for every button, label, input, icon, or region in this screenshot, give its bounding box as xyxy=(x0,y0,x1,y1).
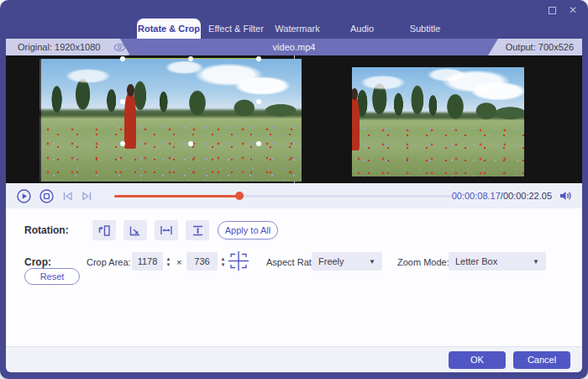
controls-panel: Rotation: Apply to All Crop: Crop Area: … xyxy=(6,208,582,346)
crop-selection-box[interactable] xyxy=(122,58,260,145)
ok-button[interactable]: OK xyxy=(449,351,506,369)
next-frame-button[interactable] xyxy=(81,191,92,202)
tab-audio[interactable]: Audio xyxy=(338,18,386,39)
volume-icon[interactable] xyxy=(559,190,572,202)
tab-rotate-crop[interactable]: Rotate & Crop xyxy=(137,18,201,39)
titlebar: ✕ xyxy=(0,0,588,18)
step-up-icon[interactable]: ▲ xyxy=(166,256,171,261)
output-preview xyxy=(352,67,524,176)
tab-subtitle[interactable]: Subtitle xyxy=(396,18,454,39)
time-display: 00:00:08.17/00:00:22.05 xyxy=(452,191,552,201)
zoom-mode-label: Zoom Mode: xyxy=(397,257,449,267)
multiply-sign: × xyxy=(176,257,181,267)
step-down-icon[interactable]: ▼ xyxy=(166,262,171,267)
zoom-mode-value: Letter Box xyxy=(455,256,497,266)
crop-handle-top-right[interactable] xyxy=(256,56,261,61)
window-controls: ✕ xyxy=(547,5,578,15)
rotate-left-icon xyxy=(97,224,111,237)
timeline-slider[interactable] xyxy=(114,191,452,201)
flip-vertical-button[interactable] xyxy=(186,220,209,240)
crop-width-input[interactable]: 1178 xyxy=(132,252,163,271)
crosshair-icon xyxy=(228,250,249,271)
preview-area xyxy=(6,55,582,183)
rotate-left-button[interactable] xyxy=(92,220,116,240)
crop-handle-middle-right[interactable] xyxy=(256,99,261,104)
step-down-icon[interactable]: ▼ xyxy=(221,262,226,267)
output-size-badge: Output: 700x526 xyxy=(488,39,582,55)
crop-height-input[interactable]: 736 xyxy=(186,252,218,271)
rotate-right-icon xyxy=(129,224,142,237)
tab-watermark[interactable]: Watermark xyxy=(270,18,324,39)
crop-width-stepper[interactable]: ▲ ▼ xyxy=(164,253,173,270)
slider-progress xyxy=(114,195,239,197)
maximize-icon[interactable] xyxy=(547,5,557,15)
flip-vertical-icon xyxy=(192,224,204,237)
slider-thumb[interactable] xyxy=(235,192,244,200)
play-button[interactable] xyxy=(17,189,31,203)
output-size-label: Output: 700x526 xyxy=(506,42,574,52)
stop-button[interactable] xyxy=(39,189,54,203)
total-time: /00:00:22.05 xyxy=(501,191,552,201)
person-figure xyxy=(352,96,360,150)
tab-bar: Rotate & Crop Effect & Filter Watermark … xyxy=(0,18,588,39)
aspect-ratio-value: Freely xyxy=(318,256,344,266)
aspect-ratio-select[interactable]: Freely ▼ xyxy=(312,252,382,271)
previous-frame-button[interactable] xyxy=(62,191,73,202)
playback-bar: 00:00:08.17/00:00:22.05 xyxy=(6,183,582,208)
center-crop-button[interactable] xyxy=(228,250,249,275)
cancel-button[interactable]: Cancel xyxy=(513,351,570,369)
rotation-label: Rotation: xyxy=(24,224,69,236)
step-up-icon[interactable]: ▲ xyxy=(221,256,226,261)
person-figure xyxy=(124,92,136,148)
crop-height-stepper[interactable]: ▲ ▼ xyxy=(218,253,228,270)
footer-bar: OK Cancel xyxy=(6,346,582,372)
crop-handle-bottom-center[interactable] xyxy=(188,141,193,146)
crop-handle-top-left[interactable] xyxy=(120,56,125,61)
current-time: 00:00:08.17 xyxy=(452,191,501,201)
reset-button[interactable]: Reset xyxy=(24,268,80,285)
close-icon[interactable]: ✕ xyxy=(568,5,578,15)
flip-horizontal-button[interactable] xyxy=(155,220,178,240)
rotate-crop-dialog: ✕ Rotate & Crop Effect & Filter Watermar… xyxy=(0,0,588,379)
resolution-bar: Original: 1920x1080 video.mp4 Output: 70… xyxy=(6,39,582,55)
crop-handle-middle-left[interactable] xyxy=(120,99,125,104)
crop-label: Crop: xyxy=(24,256,51,268)
crop-handle-bottom-left[interactable] xyxy=(120,141,125,146)
chevron-down-icon: ▼ xyxy=(369,258,375,266)
zoom-mode-select[interactable]: Letter Box ▼ xyxy=(449,252,546,271)
crop-area-label: Crop Area: xyxy=(87,257,131,267)
chevron-down-icon: ▼ xyxy=(533,258,539,266)
tab-effect-filter[interactable]: Effect & Filter xyxy=(207,18,265,39)
crop-selection-content xyxy=(41,59,302,182)
rotate-right-button[interactable] xyxy=(123,220,147,240)
flip-horizontal-icon xyxy=(160,224,173,236)
apply-to-all-button[interactable]: Apply to All xyxy=(218,221,278,240)
crop-handle-top-center[interactable] xyxy=(188,56,193,61)
crop-handle-bottom-right[interactable] xyxy=(256,141,261,146)
